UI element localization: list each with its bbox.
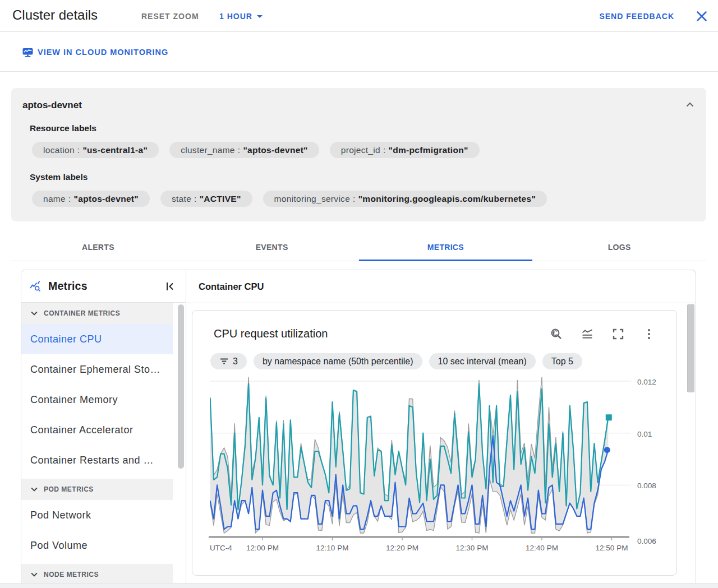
label-separator: : (68, 194, 71, 204)
resource-label-chip: location:"us-central1-a" (32, 142, 159, 158)
resource-label-chip: project_id:"dm-pcfmigration" (330, 142, 480, 158)
tab-bar: ALERTSEVENTSMETRICSLOGS (11, 234, 706, 261)
cpu-utilization-chart (192, 311, 678, 576)
section-label: NODE METRICS (44, 571, 99, 578)
sidebar-collapse-button[interactable] (163, 280, 177, 293)
tab-events[interactable]: EVENTS (185, 234, 359, 261)
label-key: state (172, 194, 191, 204)
filter-chip-label: by namespace name (50th percentile) (263, 356, 413, 367)
tab-metrics[interactable]: METRICS (359, 234, 533, 261)
metrics-content-frame: Metrics CONTAINER METRICSContainer CPUCo… (21, 270, 696, 584)
reset-zoom-button[interactable]: RESET ZOOM (141, 0, 199, 32)
metrics-main: Container CPU CPU request utilization (187, 270, 696, 584)
zoom-reset-icon (550, 327, 563, 341)
section-header-container-metrics[interactable]: CONTAINER METRICS (21, 303, 173, 324)
y-tick-label: 0.008 (637, 481, 656, 490)
filter-chip-label: Top 5 (551, 356, 573, 367)
tab-logs[interactable]: LOGS (532, 234, 706, 261)
label-key: location (43, 145, 75, 155)
system-label-chip: name:"aptos-devnet" (32, 191, 150, 207)
label-key: monitoring_service (274, 194, 351, 204)
resource-labels-row: location:"us-central1-a"cluster_name:"ap… (32, 142, 480, 158)
system-labels-row: name:"aptos-devnet"state:"ACTIVE"monitor… (32, 191, 547, 207)
time-range-label: 1 HOUR (219, 12, 252, 21)
label-separator: : (353, 194, 356, 204)
cloud-monitoring-icon (22, 47, 33, 58)
chevron-down-icon (30, 485, 38, 493)
system-label-chip: monitoring_service:"monitoring.googleapi… (263, 191, 547, 207)
x-tick-label: 12:20 PM (383, 544, 421, 552)
filter-chip[interactable]: 10 sec interval (mean) (429, 353, 536, 369)
filter-list-icon (219, 356, 229, 366)
filter-chip[interactable]: by namespace name (50th percentile) (254, 353, 422, 369)
metric-item-container-accelerator[interactable]: Container Accelerator (21, 415, 173, 445)
filter-chip-label: 3 (233, 356, 238, 367)
metrics-list: CONTAINER METRICSContainer CPUContainer … (21, 303, 173, 584)
label-value: "ACTIVE" (200, 194, 241, 204)
y-tick-label: 0.01 (637, 430, 652, 438)
main-header: Container CPU (187, 270, 696, 303)
chevron-up-icon (683, 98, 697, 112)
filter-chip[interactable]: 3 (210, 353, 247, 369)
send-feedback-button[interactable]: SEND FEEDBACK (599, 0, 674, 32)
y-tick-label: 0.012 (637, 378, 656, 386)
time-range-dropdown[interactable]: 1 HOUR (219, 0, 263, 32)
metrics-explorer-icon (29, 279, 43, 293)
metric-item-container-ephemeral-sto[interactable]: Container Ephemeral Sto… (21, 354, 173, 385)
metric-item-pod-network[interactable]: Pod Network (21, 500, 173, 530)
more-vert-icon (642, 327, 656, 341)
label-key: cluster_name (181, 145, 235, 155)
monitoring-link-row: VIEW IN CLOUD MONITORING (0, 33, 718, 72)
resource-labels-title: Resource labels (30, 123, 96, 133)
x-tick-label: 12:10 PM (314, 544, 352, 552)
view-in-cloud-monitoring-link[interactable]: VIEW IN CLOUD MONITORING (22, 33, 168, 72)
bottom-page-strip (0, 583, 718, 588)
metric-item-container-restarts-and[interactable]: Container Restarts and … (21, 445, 173, 475)
sidebar-header: Metrics (21, 270, 186, 303)
label-separator: : (194, 194, 197, 204)
cluster-info-panel: aptos-devnet Resource labels location:"u… (11, 88, 706, 221)
more-options-button[interactable] (642, 327, 656, 341)
section-label: POD METRICS (44, 485, 94, 493)
metric-item-container-memory[interactable]: Container Memory (21, 385, 173, 415)
caret-down-icon (257, 15, 263, 18)
chart-card: CPU request utilization (192, 310, 677, 576)
label-separator: : (383, 145, 386, 155)
main-scrollbar-thumb[interactable] (687, 304, 694, 392)
panel-collapse-button[interactable] (683, 98, 697, 112)
chart-toolbar (550, 327, 656, 341)
chart-style-button[interactable] (581, 327, 594, 341)
metric-item-container-cpu[interactable]: Container CPU (21, 324, 173, 354)
x-tick-label: 12:50 PM (593, 544, 631, 552)
cluster-details-dialog: Cluster details RESET ZOOM 1 HOUR SEND F… (0, 0, 718, 588)
dialog-header: Cluster details RESET ZOOM 1 HOUR SEND F… (0, 0, 718, 32)
filter-chip[interactable]: Top 5 (542, 353, 582, 369)
close-button[interactable] (695, 10, 708, 23)
section-header-pod-metrics[interactable]: POD METRICS (21, 479, 173, 500)
collapse-panel-icon (163, 280, 177, 293)
system-label-chip: state:"ACTIVE" (160, 191, 252, 207)
sidebar-title: Metrics (48, 280, 88, 293)
x-tick-label: 12:40 PM (523, 544, 561, 552)
label-separator: : (77, 145, 80, 155)
page-title: Cluster details (12, 7, 98, 23)
chevron-down-icon (30, 309, 38, 317)
sidebar-scrollbar-thumb[interactable] (178, 304, 184, 469)
view-in-cloud-monitoring-label: VIEW IN CLOUD MONITORING (38, 48, 168, 57)
tab-alerts[interactable]: ALERTS (11, 234, 185, 261)
fullscreen-icon (611, 327, 625, 341)
y-tick-label: 0.006 (637, 537, 656, 545)
fullscreen-button[interactable] (611, 327, 625, 341)
metric-item-pod-volume[interactable]: Pod Volume (21, 530, 173, 561)
label-value: "dm-pcfmigration" (389, 145, 468, 155)
label-value: "aptos-devnet" (74, 194, 139, 204)
zoom-reset-button[interactable] (550, 327, 563, 341)
close-icon (695, 10, 708, 23)
cluster-name: aptos-devnet (22, 100, 82, 111)
area-chart-icon (581, 327, 594, 341)
label-value: "us-central1-a" (82, 145, 148, 155)
label-key: project_id (341, 145, 380, 155)
section-header-node-metrics[interactable]: NODE METRICS (21, 564, 173, 584)
label-value: "monitoring.googleapis.com/kubernetes" (358, 194, 536, 204)
label-separator: : (238, 145, 241, 155)
